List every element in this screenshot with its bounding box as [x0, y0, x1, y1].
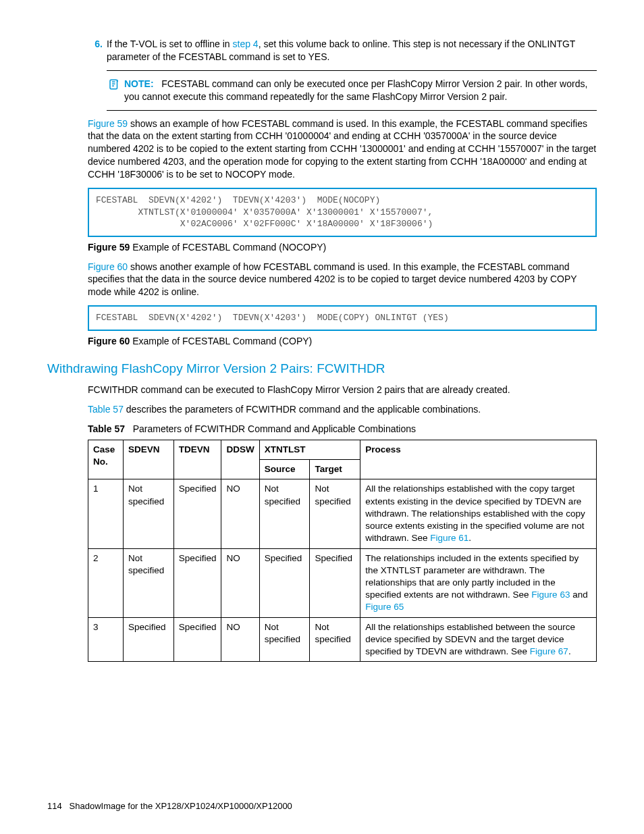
table-header-row: Case No. SDEVN TDEVN DDSW XTNTLST Proces… [88, 440, 597, 459]
link-figure-67[interactable]: Figure 67 [530, 646, 568, 656]
th-case: Case No. [88, 440, 124, 479]
table-label: Table 57 [88, 423, 125, 434]
table-cell: Specified [310, 548, 360, 617]
step-number: 6. [88, 38, 103, 63]
table-cell: 2 [88, 548, 124, 617]
fig60-label: Figure 60 [88, 336, 130, 346]
table-cell: NO [221, 617, 259, 662]
th-xtntlst: XTNTLST [259, 440, 360, 459]
code-block-nocopy: FCESTABL SDEVN(X'4202') TDEVN(X'4203') M… [88, 188, 597, 237]
note-label: NOTE: [124, 78, 154, 89]
link-figure-65[interactable]: Figure 65 [365, 602, 404, 612]
note-text: FCESTABL command can only be executed on… [124, 78, 587, 102]
paragraph-fig59: Figure 59 shows an example of how FCESTA… [88, 118, 597, 181]
link-figure-63[interactable]: Figure 63 [531, 590, 570, 600]
section-p2-text: describes the parameters of FCWITHDR com… [124, 404, 481, 415]
step-text: If the T-VOL is set to offline in step 4… [107, 38, 597, 63]
section-heading-fcwithdr: Withdrawing FlashCopy Mirror Version 2 P… [47, 360, 597, 377]
table-cell: Not specified [259, 479, 310, 548]
link-table-57[interactable]: Table 57 [88, 404, 124, 415]
divider [107, 70, 597, 71]
note-body: NOTE: FCESTABL command can only be execu… [124, 78, 597, 103]
table-cell: NO [221, 479, 259, 548]
section-p1: FCWITHDR command can be executed to Flas… [88, 384, 597, 396]
link-figure-61[interactable]: Figure 61 [430, 533, 468, 543]
table-cell: Not specified [259, 617, 310, 662]
link-figure-59[interactable]: Figure 59 [88, 118, 128, 129]
fig59-label: Figure 59 [88, 242, 130, 253]
step-6: 6. If the T-VOL is set to offline in ste… [88, 38, 597, 63]
th-source: Source [259, 460, 310, 479]
figure-59-caption: Figure 59 Example of FCESTABL Command (N… [88, 241, 597, 254]
table-cell: NO [221, 548, 259, 617]
para2-text: shows another example of how FCESTABL co… [88, 261, 576, 298]
table-cell: 3 [88, 617, 124, 662]
table-cell-process: The relationships included in the extent… [360, 548, 597, 617]
table-cell: Specified [124, 617, 174, 662]
paragraph-fig60: Figure 60 shows another example of how F… [88, 261, 597, 299]
table-cell: Specified [173, 617, 221, 662]
th-ddsw: DDSW [221, 440, 259, 479]
table-title-text: Parameters of FCWITHDR Command and Appli… [133, 423, 416, 434]
table-cell-process: All the relationships established betwee… [360, 617, 597, 662]
table-57-title: Table 57 Parameters of FCWITHDR Command … [88, 423, 597, 436]
para1-text: shows an example of how FCESTABL command… [88, 118, 596, 180]
step6-text-a: If the T-VOL is set to offline in [107, 38, 233, 49]
link-figure-60[interactable]: Figure 60 [88, 261, 128, 272]
table-cell: Not specified [310, 617, 360, 662]
table-cell: Specified [259, 548, 310, 617]
table-cell: 1 [88, 479, 124, 548]
table-57: Case No. SDEVN TDEVN DDSW XTNTLST Proces… [88, 440, 597, 662]
table-cell: Specified [173, 548, 221, 617]
note-icon [108, 78, 120, 103]
table-cell: Not specified [124, 548, 174, 617]
table-cell: Not specified [310, 479, 360, 548]
th-target: Target [310, 460, 360, 479]
figure-60-caption: Figure 60 Example of FCESTABL Command (C… [88, 335, 597, 348]
fig60-text: Example of FCESTABL Command (COPY) [130, 336, 312, 346]
th-process: Process [360, 440, 597, 479]
table-row: 2Not specifiedSpecifiedNOSpecifiedSpecif… [88, 548, 597, 617]
table-row: 1Not specifiedSpecifiedNONot specifiedNo… [88, 479, 597, 548]
table-cell: Not specified [124, 479, 174, 548]
link-step4[interactable]: step 4 [233, 38, 259, 49]
th-tdevn: TDEVN [173, 440, 221, 479]
section-p2: Table 57 describes the parameters of FCW… [88, 403, 597, 416]
table-cell-process: All the relationships established with t… [360, 479, 597, 548]
table-row: 3SpecifiedSpecifiedNONot specifiedNot sp… [88, 617, 597, 662]
table-cell: Specified [173, 479, 221, 548]
fig59-text: Example of FCESTABL Command (NOCOPY) [130, 242, 326, 253]
th-sdevn: SDEVN [124, 440, 174, 479]
code-block-copy: FCESTABL SDEVN(X'4202') TDEVN(X'4203') M… [88, 305, 597, 331]
divider [107, 110, 597, 111]
note-block: NOTE: FCESTABL command can only be execu… [126, 78, 597, 103]
